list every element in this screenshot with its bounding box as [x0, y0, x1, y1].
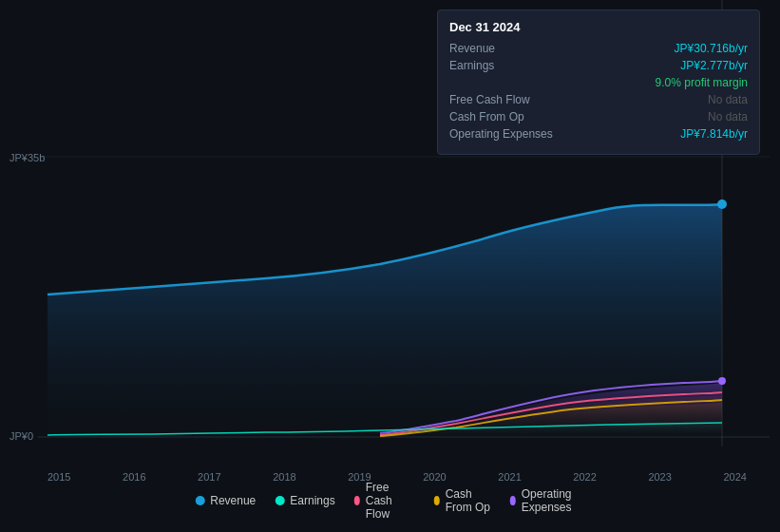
legend: Revenue Earnings Free Cash Flow Cash Fro… [195, 481, 585, 521]
y-label-top: JP¥35b [10, 152, 45, 163]
tooltip-opex-label: Operating Expenses [449, 127, 554, 141]
y-label-bottom: JP¥0 [10, 430, 33, 442]
svg-point-5 [718, 377, 726, 385]
legend-label-earnings: Earnings [290, 494, 334, 507]
x-label-2023: 2023 [648, 471, 671, 483]
legend-dot-fcf [354, 496, 360, 505]
legend-cash-op[interactable]: Cash From Op [434, 487, 491, 514]
svg-point-4 [717, 200, 727, 209]
tooltip-earnings-label: Earnings [449, 59, 554, 72]
legend-label-opex: Operating Expenses [522, 487, 585, 514]
tooltip-cash-op-row: Cash From Op No data [449, 110, 748, 124]
tooltip-revenue-label: Revenue [449, 42, 554, 55]
legend-dot-cash-op [434, 496, 440, 505]
tooltip-date: Dec 31 2024 [449, 20, 748, 34]
legend-dot-revenue [195, 496, 204, 505]
tooltip-revenue-value: JP¥30.716b/yr [675, 42, 748, 55]
tooltip-box: Dec 31 2024 Revenue JP¥30.716b/yr Earnin… [437, 10, 760, 155]
legend-label-cash-op: Cash From Op [446, 487, 491, 514]
x-label-2024: 2024 [723, 471, 746, 483]
legend-fcf[interactable]: Free Cash Flow [354, 481, 415, 521]
x-label-2015: 2015 [48, 471, 70, 483]
legend-label-revenue: Revenue [210, 494, 256, 507]
tooltip-opex-value: JP¥7.814b/yr [680, 127, 748, 141]
legend-dot-opex [510, 496, 516, 505]
tooltip-revenue-row: Revenue JP¥30.716b/yr [449, 42, 748, 55]
legend-opex[interactable]: Operating Expenses [510, 487, 585, 514]
legend-dot-earnings [275, 496, 284, 505]
tooltip-earnings-value: JP¥2.777b/yr [680, 59, 748, 72]
tooltip-fcf-label: Free Cash Flow [449, 93, 554, 106]
chart-container: JP¥35b JP¥0 Dec 31 2024 Revenue JP¥30.71… [0, 0, 780, 532]
legend-revenue[interactable]: Revenue [195, 494, 256, 507]
tooltip-cash-op-label: Cash From Op [449, 110, 554, 124]
tooltip-profit-margin-value: 9.0% profit margin [656, 76, 748, 89]
tooltip-fcf-row: Free Cash Flow No data [449, 93, 748, 106]
tooltip-opex-row: Operating Expenses JP¥7.814b/yr [449, 127, 748, 141]
x-label-2016: 2016 [123, 471, 145, 483]
tooltip-cash-op-value: No data [708, 110, 748, 124]
tooltip-profit-margin-row: 9.0% profit margin [449, 76, 748, 89]
legend-label-fcf: Free Cash Flow [366, 481, 415, 521]
tooltip-earnings-row: Earnings JP¥2.777b/yr [449, 59, 748, 72]
legend-earnings[interactable]: Earnings [275, 494, 334, 507]
tooltip-fcf-value: No data [708, 93, 748, 106]
